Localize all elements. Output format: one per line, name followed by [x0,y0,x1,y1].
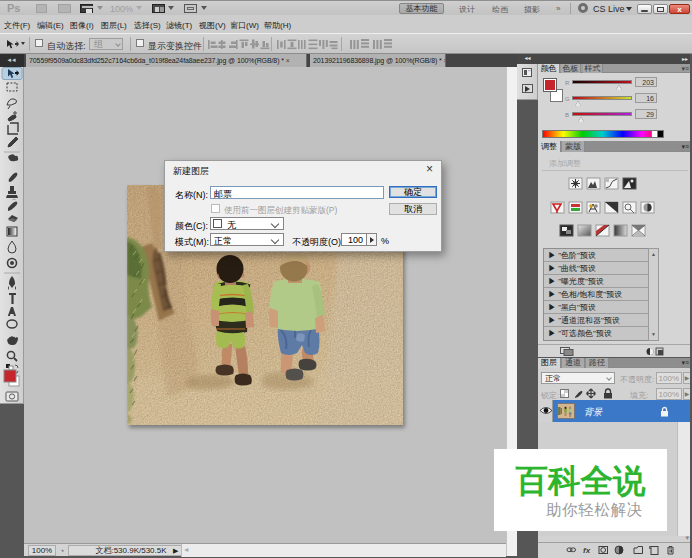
svg-text:fx: fx [583,546,591,555]
